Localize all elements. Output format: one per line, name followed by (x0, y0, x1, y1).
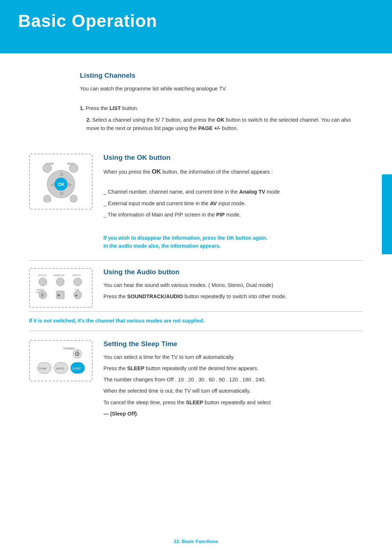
audio-section: DTV CH RADIO CH FAV CH ASPECT RATIO ☰ (0, 264, 392, 311)
header-banner: Basic Operation (0, 0, 392, 42)
step1-bold: LIST (109, 105, 121, 111)
svg-text:SLEEP: SLEEP (72, 367, 81, 370)
step2-num: 2. (86, 117, 91, 123)
ok-bullet1: _ Channel number, channel name, and curr… (103, 188, 363, 196)
svg-text:☰: ☰ (41, 293, 44, 297)
svg-text:⏻: ⏻ (75, 351, 79, 356)
svg-point-20 (74, 278, 82, 286)
svg-text:ASPECT: ASPECT (36, 289, 45, 291)
svg-point-18 (39, 278, 47, 286)
listing-channels-title: Listing Channels (80, 72, 363, 80)
ok-section-title: Using the OK button (103, 154, 363, 162)
sleep-remote-container: STANDBY ⏻ TV/AV MUTE SLEEP (29, 340, 93, 381)
svg-text:STANDBY: STANDBY (63, 347, 75, 350)
sleep-line4: When the selected time is out, the TV wi… (103, 387, 363, 395)
svg-point-14 (70, 195, 77, 202)
listing-channels-section: Listing Channels You can watch the progr… (0, 53, 392, 143)
ok-bullet3: _ The information of Main and PIP screen… (103, 211, 363, 219)
audio-remote-box: DTV CH RADIO CH FAV CH ASPECT RATIO ☰ (29, 268, 93, 308)
svg-text:MUTE: MUTE (56, 367, 64, 370)
svg-point-2 (43, 164, 52, 173)
svg-text:◁: ◁ (51, 182, 54, 187)
audio-remote-container: DTV CH RADIO CH FAV CH ASPECT RATIO ☰ (29, 268, 93, 308)
divider-1 (29, 260, 363, 261)
step1-num: 1. (80, 105, 84, 111)
sleep-remote-box: STANDBY ⏻ TV/AV MUTE SLEEP (29, 340, 93, 381)
listing-step1: 1. Press the LIST button. (80, 104, 363, 113)
divider-audio-highlight (29, 311, 363, 312)
listing-intro: You can watch the programme list while w… (80, 85, 363, 93)
ok-remote-container: GUIDE BACK OK △ ▽ ◁ ▷ MENU (29, 154, 93, 210)
ok-remote-svg: GUIDE BACK OK △ ▽ ◁ ▷ MENU (36, 158, 86, 205)
ok-section-text: Using the OK button When you press the O… (103, 154, 363, 253)
sleep-remote-svg: STANDBY ⏻ TV/AV MUTE SLEEP (36, 344, 86, 377)
svg-point-19 (56, 278, 64, 286)
step1-suffix: button. (121, 105, 138, 111)
ok-highlight: If you wish to disappear the information… (103, 234, 363, 250)
sleep-line2: Press the SLEEP button repeatedly until … (103, 364, 363, 373)
page-footer: 22. Basic Functions (0, 538, 392, 544)
svg-text:FAV CH: FAV CH (73, 274, 80, 276)
svg-point-3 (69, 164, 78, 173)
ok-section: GUIDE BACK OK △ ▽ ◁ ▷ MENU (0, 143, 392, 257)
step2-text: Select a channel using the 5/ 7 button, … (91, 117, 217, 123)
audio-section-text: Using the Audio button You can hear the … (103, 268, 363, 304)
right-tab-decoration (382, 174, 392, 254)
sleep-section: STANDBY ⏻ TV/AV MUTE SLEEP Setting the S… (0, 336, 392, 432)
audio-highlight: If it is not switched, it's the channel … (29, 318, 363, 324)
step2-bold2: PAGE +/- (198, 125, 220, 131)
svg-text:DTV CH: DTV CH (38, 274, 46, 276)
page-title: Basic Operation (18, 11, 374, 31)
sleep-line3: The number changes from Off . 10 . 20 . … (103, 376, 363, 384)
step2-bold1: OK (217, 117, 225, 123)
listing-step2: 2. Select a channel using the 5/ 7 butto… (80, 116, 363, 133)
svg-text:▷: ▷ (68, 182, 72, 187)
sleep-line6: --- (Sleep Off). (103, 410, 363, 418)
svg-text:TV/AV: TV/AV (39, 367, 46, 370)
svg-point-28 (74, 291, 82, 299)
ok-intro: When you press the OK button, the inform… (103, 167, 363, 177)
sleep-line5: To cancel the sleep time, press the SLEE… (103, 398, 363, 407)
svg-text:△: △ (60, 171, 64, 176)
ok-remote-box: GUIDE BACK OK △ ▽ ◁ ▷ MENU (29, 154, 93, 210)
audio-highlight-row: If it is not switched, it's the channel … (0, 313, 392, 329)
header-blue-strip (0, 42, 392, 53)
sleep-line1: You can select a time for the TV to turn… (103, 353, 363, 361)
audio-remote-svg: DTV CH RADIO CH FAV CH ASPECT RATIO ☰ (36, 272, 86, 303)
step1-text: Press the (84, 105, 109, 111)
svg-text:TSR: TSR (75, 289, 79, 291)
svg-text:▽: ▽ (60, 191, 64, 197)
audio-text1: You can hear the sound with various mode… (103, 281, 363, 289)
svg-text:▶: ▶ (75, 294, 78, 297)
svg-text:OK: OK (58, 182, 65, 187)
step2-suffix: button. (220, 125, 238, 131)
divider-2 (29, 331, 363, 331)
footer-text: 22. Basic Functions (174, 539, 218, 544)
listing-channels-body: You can watch the programme list while w… (80, 85, 363, 133)
sleep-section-text: Setting the Sleep Time You can select a … (103, 340, 363, 421)
audio-section-title: Using the Audio button (103, 268, 363, 276)
svg-point-13 (44, 195, 51, 202)
audio-text2: Press the SOUNDTRACK/AUDIO button repeat… (103, 292, 363, 301)
svg-text:▣: ▣ (57, 293, 60, 297)
svg-text:RADIO CH: RADIO CH (54, 274, 64, 276)
sleep-section-title: Setting the Sleep Time (103, 340, 363, 348)
ok-bullet2: _ External input mode and current time i… (103, 199, 363, 208)
